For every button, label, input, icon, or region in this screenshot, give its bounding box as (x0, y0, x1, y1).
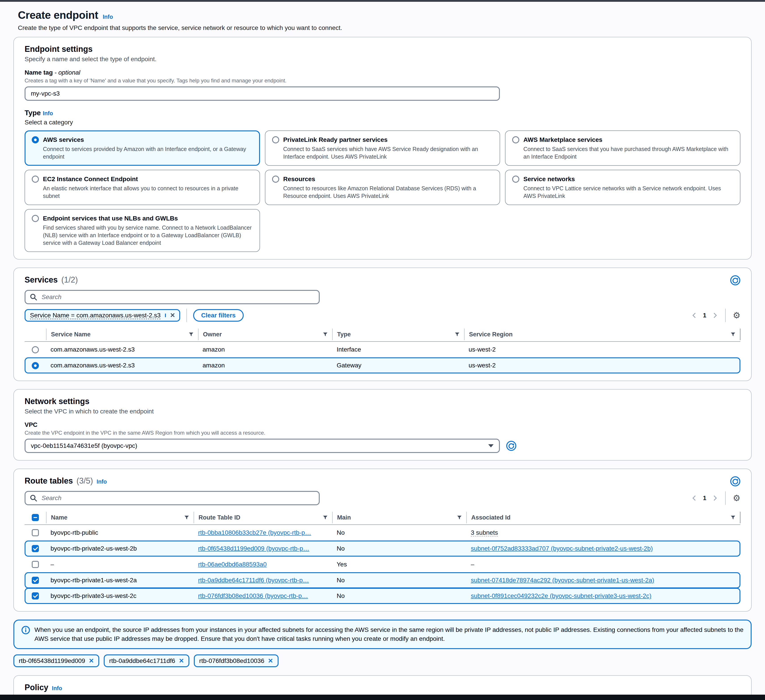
row-checkbox[interactable] (32, 529, 39, 536)
clear-filters-button[interactable]: Clear filters (193, 309, 244, 322)
select-all-checkbox[interactable] (32, 514, 39, 521)
route-table-id-link[interactable]: rtb-0f65438d1199ed009 (byovpc-rtb-p… (198, 545, 309, 552)
create-endpoint-page: Create endpoint Info Create the type of … (0, 0, 765, 700)
type-option-aws-services[interactable]: AWS services Connect to services provide… (25, 130, 260, 166)
subnet-link[interactable]: subnet-0f752ad83333ad707 (byovpc-subnet-… (471, 545, 653, 552)
services-search-input[interactable] (41, 293, 314, 301)
type-option-ec2-instance-connect[interactable]: EC2 Instance Connect Endpoint An elastic… (25, 170, 260, 205)
filter-token-dismiss-button[interactable]: ✕ (165, 314, 179, 317)
page-number[interactable]: 1 (703, 312, 707, 319)
previous-page-icon[interactable] (691, 495, 697, 501)
services-refresh-button[interactable] (730, 275, 740, 286)
route-table-token: rtb-0f65438d1199ed009 ✕ (13, 654, 99, 667)
row-radio[interactable] (32, 346, 39, 353)
service-row-gateway[interactable]: com.amazonaws.us-west-2.s3 amazon Gatewa… (25, 357, 740, 374)
services-table: Service Name Owner Type Service Region (25, 328, 740, 374)
table-preferences-gear-icon[interactable]: ⚙ (733, 311, 740, 320)
route-tables-title: Route tables (25, 476, 73, 486)
page-header: Create endpoint Info Create the type of … (0, 2, 765, 37)
route-tables-refresh-button[interactable] (730, 476, 740, 487)
type-option-service-networks[interactable]: Service networks Connect to VPC Lattice … (505, 170, 740, 205)
name-tag-input[interactable] (25, 86, 500, 101)
column-name[interactable]: Name (46, 512, 194, 523)
row-radio-checked[interactable] (32, 362, 39, 369)
radio-icon (512, 136, 519, 143)
owner-cell: amazon (198, 346, 332, 353)
token-dismiss-icon[interactable]: ✕ (268, 657, 273, 664)
service-row-interface[interactable]: com.amazonaws.us-west-2.s3 amazon Interf… (25, 342, 740, 358)
column-owner[interactable]: Owner (198, 328, 332, 340)
column-associated-id[interactable]: Associated Id (466, 512, 740, 523)
token-dismiss-icon[interactable]: ✕ (179, 657, 184, 664)
row-checkbox-checked[interactable] (32, 577, 39, 584)
radio-icon (512, 176, 519, 183)
route-table-row-selected[interactable]: byovpc-rtb-private3-us-west-2c rtb-076fd… (25, 588, 740, 604)
route-table-row[interactable]: – rtb-06ae0dbd6a88593a0 Yes – (25, 557, 740, 573)
subnet-link[interactable]: subnet-07418de78974ac292 (byovpc-subnet-… (471, 577, 654, 584)
type-option-marketplace[interactable]: AWS Marketplace services Connect to SaaS… (505, 130, 740, 166)
endpoint-info-alert: When you use an endpoint, the source IP … (13, 620, 752, 649)
row-checkbox-checked[interactable] (32, 545, 39, 552)
page-info-link[interactable]: Info (102, 14, 113, 20)
route-tables-info-link[interactable]: Info (97, 479, 107, 485)
route-table-id-link[interactable]: rtb-06ae0dbd6a88593a0 (198, 561, 267, 568)
filter-funnel-icon[interactable] (323, 515, 328, 520)
page-number[interactable]: 1 (703, 494, 707, 502)
subnet-link[interactable]: subnet-0f891cec049232c2e (byovpc-subnet-… (471, 592, 652, 599)
filter-funnel-icon[interactable] (455, 332, 460, 337)
next-page-icon[interactable] (712, 495, 718, 501)
route-table-id-link[interactable]: rtb-0bba10806b33cb27e (byovpc-rtb-p… (198, 529, 311, 536)
route-table-token: rtb-076fdf3b08ed10036 ✕ (194, 654, 279, 667)
route-table-id-link[interactable]: rtb-0a9ddbe64c1711df6 (byovpc-rtb-p… (198, 577, 309, 584)
main-cell: No (332, 545, 466, 552)
divider (186, 309, 187, 322)
service-filter-token: Service Name = com.amazonaws.us-west-2.s… (25, 309, 180, 322)
vpc-refresh-button[interactable] (506, 441, 516, 451)
type-option-nlb-gwlb[interactable]: Endpoint services that use NLBs and GWLB… (25, 209, 260, 252)
filter-funnel-icon[interactable] (184, 515, 189, 520)
type-option-description: Connect to SaaS services which have AWS … (283, 145, 493, 160)
type-info-link[interactable]: Info (43, 110, 53, 116)
alert-text: When you use an endpoint, the source IP … (35, 625, 743, 643)
route-table-id-link[interactable]: rtb-076fdf3b08ed10036 (byovpc-rtb-p… (198, 592, 308, 599)
table-preferences-gear-icon[interactable]: ⚙ (733, 494, 740, 502)
column-route-table-id[interactable]: Route Table ID (194, 512, 332, 523)
next-page-icon[interactable] (712, 312, 718, 319)
services-pagination: 1 ⚙ (691, 309, 740, 322)
route-table-row[interactable]: byovpc-rtb-public rtb-0bba10806b33cb27e … (25, 525, 740, 541)
vpc-select[interactable]: vpc-0eb11514a74631e5f (byovpc-vpc) (25, 439, 500, 453)
divider (725, 309, 726, 322)
filter-funnel-icon[interactable] (457, 515, 462, 520)
column-service-name[interactable]: Service Name (46, 328, 198, 340)
route-tables-search[interactable] (25, 491, 320, 505)
divider (725, 491, 726, 505)
filter-funnel-icon[interactable] (730, 515, 735, 520)
services-search[interactable] (25, 290, 320, 304)
filter-funnel-icon[interactable] (730, 332, 735, 337)
route-table-row-selected[interactable]: byovpc-rtb-private2-us-west-2b rtb-0f654… (25, 540, 740, 557)
route-tables-counter: (3/5) (76, 476, 93, 486)
row-checkbox-checked[interactable] (32, 592, 39, 600)
route-table-row-selected[interactable]: byovpc-rtb-private1-us-west-2a rtb-0a9dd… (25, 572, 740, 588)
type-option-resources[interactable]: Resources Connect to resources like Amaz… (265, 170, 500, 205)
subnets-popover-link[interactable]: 3 subnets (471, 529, 498, 536)
route-tables-search-input[interactable] (41, 494, 314, 502)
type-option-privatelink-partner[interactable]: PrivateLink Ready partner services Conne… (265, 130, 500, 166)
info-circle-icon (22, 626, 30, 634)
type-option-label: PrivateLink Ready partner services (283, 136, 493, 144)
previous-page-icon[interactable] (691, 312, 697, 319)
filter-funnel-icon[interactable] (323, 332, 328, 337)
filter-funnel-icon[interactable] (189, 332, 194, 337)
column-service-region[interactable]: Service Region (464, 328, 740, 340)
column-main[interactable]: Main (332, 512, 466, 523)
type-option-label: AWS Marketplace services (523, 136, 733, 144)
services-card: Services (1/2) Service Name = com.amazon… (13, 268, 752, 381)
column-type[interactable]: Type (332, 328, 464, 340)
page-description: Create the type of VPC endpoint that sup… (18, 24, 747, 31)
main-cell: No (332, 577, 466, 584)
token-label: rtb-076fdf3b08ed10036 (199, 657, 264, 664)
policy-info-link[interactable]: Info (52, 685, 62, 692)
type-cell: Gateway (332, 362, 464, 369)
row-checkbox[interactable] (32, 561, 39, 568)
token-dismiss-icon[interactable]: ✕ (89, 657, 94, 664)
